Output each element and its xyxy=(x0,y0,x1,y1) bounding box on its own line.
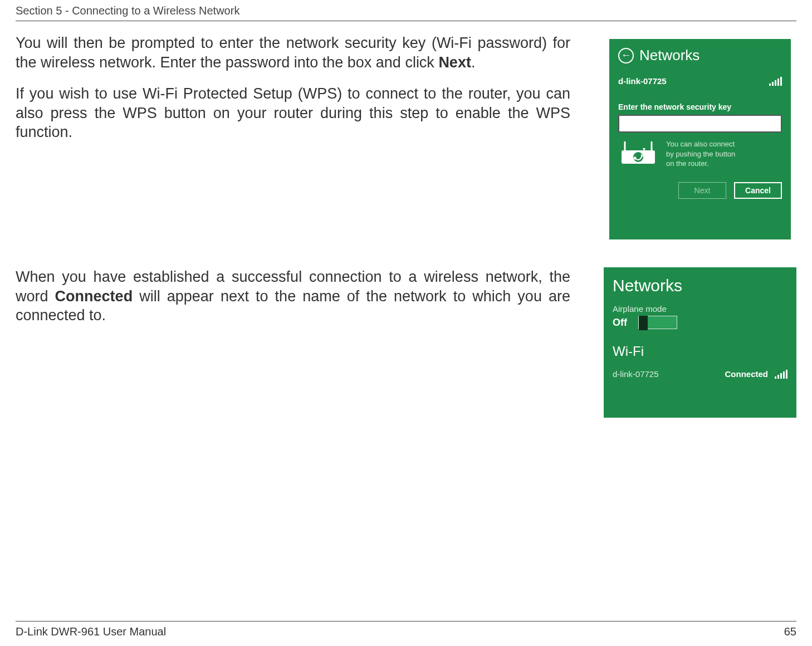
networks-title-2: Networks xyxy=(613,276,787,295)
security-key-input[interactable] xyxy=(618,115,782,133)
back-button[interactable]: ← xyxy=(618,48,634,63)
screenshot-1-wrap: ← Networks d-link-07725 Enter the networ… xyxy=(604,33,796,245)
dialog-buttons: Next Cancel xyxy=(618,182,782,199)
airplane-mode-toggle[interactable] xyxy=(638,316,677,329)
wps-line-2: by pushing the button xyxy=(666,149,735,159)
cancel-button[interactable]: Cancel xyxy=(734,182,782,199)
signal-icon xyxy=(769,77,782,86)
screenshot-security-key: ← Networks d-link-07725 Enter the networ… xyxy=(604,33,796,245)
footer-page-number: 65 xyxy=(784,625,796,638)
connected-network-row[interactable]: d-link-07725 Connected xyxy=(613,369,787,379)
row-security-key: You will then be prompted to enter the n… xyxy=(16,33,796,245)
connected-network-name: d-link-07725 xyxy=(613,369,659,379)
networks-title: Networks xyxy=(639,47,700,64)
networks-title-bar: ← Networks xyxy=(618,47,782,64)
screenshot-connected: Networks Airplane mode Off Wi-Fi d-link-… xyxy=(604,267,796,418)
screenshot-2-wrap: Networks Airplane mode Off Wi-Fi d-link-… xyxy=(604,267,796,418)
signal-icon-2 xyxy=(775,370,787,379)
wps-hint: You can also connect by pushing the butt… xyxy=(618,139,782,169)
wps-line-1: You can also connect xyxy=(666,139,735,149)
toggle-knob xyxy=(639,316,648,330)
paragraph-3: When you have established a successful c… xyxy=(16,267,570,325)
wps-line-3: on the router. xyxy=(666,159,735,169)
footer-manual-title: D-Link DWR-961 User Manual xyxy=(16,625,166,638)
section-header: Section 5 - Connecting to a Wireless Net… xyxy=(16,4,796,17)
para3-bold: Connected xyxy=(55,288,133,305)
connected-status: Connected xyxy=(725,369,768,379)
text-column-1: You will then be prompted to enter the n… xyxy=(16,33,570,245)
wps-text: You can also connect by pushing the butt… xyxy=(666,139,735,169)
text-column-2: When you have established a successful c… xyxy=(16,267,570,418)
airplane-mode-value: Off xyxy=(613,317,627,329)
para1-t2: . xyxy=(471,54,476,71)
divider-bottom xyxy=(16,621,796,621)
page-footer: D-Link DWR-961 User Manual 65 xyxy=(16,625,796,638)
row-connected: When you have established a successful c… xyxy=(16,267,796,418)
para1-t1: You will then be prompted to enter the n… xyxy=(16,35,570,71)
paragraph-1: You will then be prompted to enter the n… xyxy=(16,33,570,72)
network-row[interactable]: d-link-07725 xyxy=(618,76,782,86)
airplane-mode-label: Airplane mode xyxy=(613,304,787,314)
airplane-mode-row: Off xyxy=(613,316,787,329)
wifi-section-label: Wi-Fi xyxy=(613,344,787,359)
security-key-label: Enter the network security key xyxy=(618,102,782,111)
divider-top xyxy=(16,21,796,21)
router-wps-icon xyxy=(618,139,658,166)
network-name: d-link-07725 xyxy=(618,76,667,86)
arrow-left-icon: ← xyxy=(621,50,631,60)
next-button[interactable]: Next xyxy=(678,182,726,199)
para1-bold: Next xyxy=(438,54,471,71)
paragraph-2: If you wish to use Wi-Fi Protected Setup… xyxy=(16,84,570,142)
